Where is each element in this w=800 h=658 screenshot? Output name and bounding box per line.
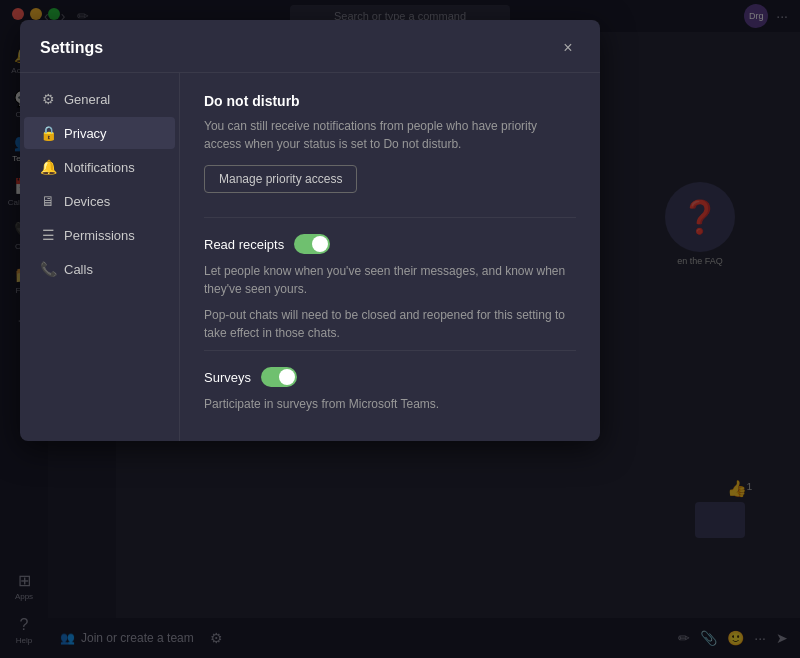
settings-nav-permissions[interactable]: ☰ Permissions <box>24 219 175 251</box>
settings-nav-privacy[interactable]: 🔒 Privacy <box>24 117 175 149</box>
read-receipts-desc1: Let people know when you've seen their m… <box>204 262 576 298</box>
devices-nav-label: Devices <box>64 194 110 209</box>
do-not-disturb-section: Do not disturb You can still receive not… <box>204 93 576 213</box>
divider-1 <box>204 217 576 218</box>
privacy-nav-icon: 🔒 <box>40 125 56 141</box>
surveys-section: Surveys Participate in surveys from Micr… <box>204 367 576 413</box>
surveys-toggle-knob <box>279 369 295 385</box>
manage-priority-button[interactable]: Manage priority access <box>204 165 357 193</box>
surveys-label: Surveys <box>204 370 251 385</box>
settings-header: Settings × <box>20 20 600 73</box>
surveys-row: Surveys <box>204 367 576 387</box>
general-nav-label: General <box>64 92 110 107</box>
surveys-description: Participate in surveys from Microsoft Te… <box>204 395 576 413</box>
read-receipts-row: Read receipts <box>204 234 576 254</box>
settings-title: Settings <box>40 39 103 57</box>
settings-nav-general[interactable]: ⚙ General <box>24 83 175 115</box>
permissions-nav-label: Permissions <box>64 228 135 243</box>
modal-overlay: Settings × ⚙ General 🔒 Privacy 🔔 Notific… <box>0 0 800 658</box>
read-receipts-label: Read receipts <box>204 237 284 252</box>
devices-nav-icon: 🖥 <box>40 193 56 209</box>
surveys-toggle[interactable] <box>261 367 297 387</box>
settings-nav: ⚙ General 🔒 Privacy 🔔 Notifications 🖥 De… <box>20 73 180 441</box>
read-receipts-toggle-knob <box>312 236 328 252</box>
dnd-title: Do not disturb <box>204 93 576 109</box>
calls-nav-label: Calls <box>64 262 93 277</box>
settings-nav-notifications[interactable]: 🔔 Notifications <box>24 151 175 183</box>
settings-nav-devices[interactable]: 🖥 Devices <box>24 185 175 217</box>
read-receipts-desc2: Pop-out chats will need to be closed and… <box>204 306 576 342</box>
notifications-nav-label: Notifications <box>64 160 135 175</box>
general-nav-icon: ⚙ <box>40 91 56 107</box>
settings-nav-calls[interactable]: 📞 Calls <box>24 253 175 285</box>
divider-2 <box>204 350 576 351</box>
privacy-nav-label: Privacy <box>64 126 107 141</box>
read-receipts-toggle[interactable] <box>294 234 330 254</box>
permissions-nav-icon: ☰ <box>40 227 56 243</box>
settings-body: ⚙ General 🔒 Privacy 🔔 Notifications 🖥 De… <box>20 73 600 441</box>
notifications-nav-icon: 🔔 <box>40 159 56 175</box>
read-receipts-section: Read receipts Let people know when you'v… <box>204 234 576 342</box>
calls-nav-icon: 📞 <box>40 261 56 277</box>
close-button[interactable]: × <box>556 36 580 60</box>
settings-content: Do not disturb You can still receive not… <box>180 73 600 441</box>
settings-modal: Settings × ⚙ General 🔒 Privacy 🔔 Notific… <box>20 20 600 441</box>
dnd-description: You can still receive notifications from… <box>204 117 576 153</box>
